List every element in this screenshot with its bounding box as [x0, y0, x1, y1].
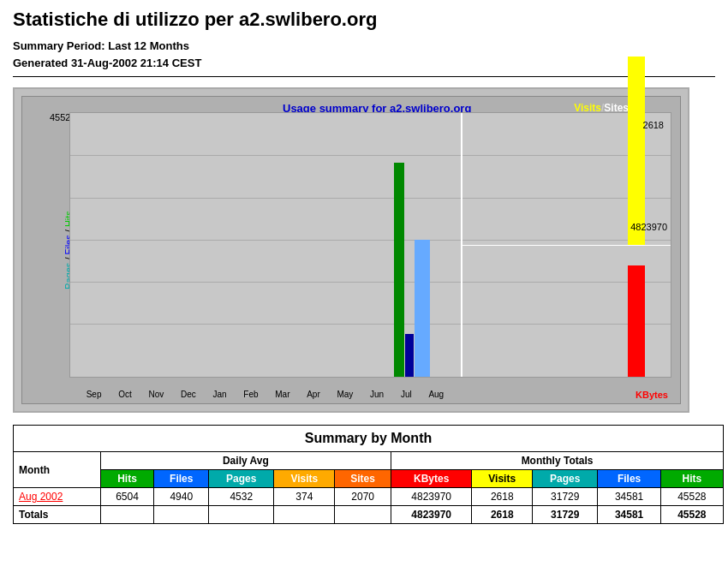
- totals-row: Totals 4823970 2618 31729 34581 45528: [14, 506, 724, 524]
- td-totals-empty3: [209, 506, 274, 524]
- x-label-feb: Feb: [243, 390, 258, 400]
- td-totals-kbytes: 4823970: [391, 506, 472, 524]
- bar-kbytes: [628, 265, 645, 377]
- x-label-nov: Nov: [148, 390, 164, 400]
- x-labels-left: Sep Oct Nov Dec Jan Feb Mar Apr May Jun …: [69, 390, 461, 400]
- x-label-jan: Jan: [212, 390, 226, 400]
- bar-hits: [394, 163, 404, 377]
- chart-wrapper: Usage summary for a2.swlibero.org Visits…: [13, 87, 689, 413]
- td-totals-files2: 34581: [598, 506, 660, 524]
- th-hits2: Hits: [660, 470, 723, 488]
- x-label-apr: Apr: [307, 390, 320, 400]
- horizontal-divider: [461, 245, 671, 246]
- generated-date: Generated 31-Aug-2002 21:14 CEST: [13, 55, 715, 72]
- td-files2: 34581: [598, 488, 660, 506]
- td-totals-label: Totals: [14, 506, 101, 524]
- summary-table-title: Summary by Month: [13, 425, 724, 451]
- th-daily-avg: Daily Avg: [100, 452, 391, 470]
- bar-group-aug: [394, 163, 430, 377]
- td-pages2: 31729: [533, 488, 598, 506]
- page-title: Statistiche di utilizzo per a2.swlibero.…: [13, 9, 715, 31]
- td-totals-empty2: [154, 506, 209, 524]
- bars-left: [70, 113, 461, 377]
- x-label-jun: Jun: [370, 390, 384, 400]
- th-monthly-totals: Monthly Totals: [391, 452, 724, 470]
- plot-area: 2618 4823970: [69, 112, 671, 378]
- th-visits2: Visits: [472, 470, 533, 488]
- x-axis-labels: Sep Oct Nov Dec Jan Feb Mar Apr May Jun …: [69, 390, 671, 400]
- x-label-oct: Oct: [118, 390, 132, 400]
- th-kbytes: KBytes: [391, 470, 472, 488]
- summary-period: Summary Period: Last 12 Months: [13, 38, 715, 55]
- td-month[interactable]: Aug 2002: [14, 488, 101, 506]
- table-row: Aug 2002 6504 4940 4532 374 2070 4823970…: [14, 488, 724, 506]
- right-y-bottom: 4823970: [630, 222, 667, 232]
- right-y-top: 2618: [643, 120, 664, 130]
- month-link[interactable]: Aug 2002: [19, 491, 63, 503]
- chart-area: Usage summary for a2.swlibero.org Visits…: [21, 96, 681, 404]
- td-totals-hits2: 45528: [660, 506, 723, 524]
- x-label-aug: Aug: [428, 390, 444, 400]
- kbytes-label: KBytes: [636, 390, 668, 400]
- x-label-jul: Jul: [401, 390, 412, 400]
- th-pages: Pages: [209, 470, 274, 488]
- td-pages: 4532: [209, 488, 274, 506]
- x-label-mar: Mar: [275, 390, 289, 400]
- td-visits2: 2618: [472, 488, 533, 506]
- summary-table: Month Daily Avg Monthly Totals Hits File…: [13, 451, 724, 524]
- th-visits: Visits: [274, 470, 335, 488]
- x-label-dec: Dec: [181, 390, 196, 400]
- bar-visits: [628, 57, 645, 245]
- td-totals-empty1: [100, 506, 154, 524]
- td-visits: 374: [274, 488, 335, 506]
- x-labels-right: KBytes: [461, 390, 671, 400]
- summary-table-section: Summary by Month Month Daily Avg Monthly…: [13, 425, 724, 524]
- bar-pages: [415, 240, 430, 377]
- td-hits: 6504: [100, 488, 154, 506]
- td-totals-empty5: [335, 506, 391, 524]
- td-sites: 2070: [335, 488, 391, 506]
- th-pages2: Pages: [533, 470, 598, 488]
- divider: [13, 76, 715, 77]
- bar-files: [405, 334, 414, 377]
- th-files: Files: [154, 470, 209, 488]
- td-files: 4940: [154, 488, 209, 506]
- td-totals-empty4: [274, 506, 335, 524]
- th-files2: Files: [598, 470, 660, 488]
- x-label-may: May: [337, 390, 353, 400]
- bars-right: [461, 113, 671, 377]
- td-totals-visits2: 2618: [472, 506, 533, 524]
- th-sites: Sites: [335, 470, 391, 488]
- th-hits: Hits: [100, 470, 154, 488]
- x-label-sep: Sep: [87, 390, 102, 400]
- td-totals-pages2: 31729: [533, 506, 598, 524]
- td-hits2: 45528: [660, 488, 723, 506]
- td-kbytes: 4823970: [391, 488, 472, 506]
- th-month: Month: [14, 452, 101, 488]
